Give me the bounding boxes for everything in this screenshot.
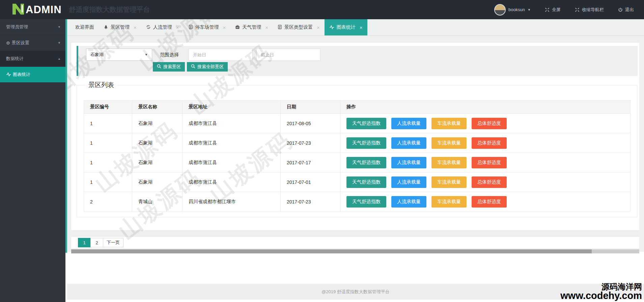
logout-button[interactable]: 退出 <box>618 7 634 13</box>
search-all-label: 搜索全部景区 <box>197 64 224 70</box>
table-row: 1石象湖成都市蒲江县2017-07-17天气舒适指数人流承载量车流承载量总体舒适… <box>84 153 631 172</box>
start-date-input[interactable] <box>189 49 253 61</box>
overall-comfort-button[interactable]: 总体舒适度 <box>472 196 507 208</box>
collapse-nav-button[interactable]: 收缩导航栏 <box>575 7 604 13</box>
overall-comfort-button[interactable]: 总体舒适度 <box>472 137 507 149</box>
close-icon[interactable]: × <box>317 25 320 30</box>
cell-name: 石象湖 <box>132 114 183 133</box>
cell-actions: 天气舒适指数人流承载量车流承载量总体舒适度 <box>340 192 631 212</box>
overall-comfort-button[interactable]: 总体舒适度 <box>472 118 507 129</box>
power-icon <box>618 7 623 12</box>
weather-comfort-index-button[interactable]: 天气舒适指数 <box>346 118 386 129</box>
overall-comfort-button[interactable]: 总体舒适度 <box>472 157 507 168</box>
column-header-address: 景区地址 <box>183 101 281 114</box>
horizontal-scrollbar-track[interactable] <box>71 249 639 253</box>
sidebar-item-admin-management[interactable]: 管理员管理 ▼ <box>0 19 65 35</box>
caret-down-icon: ▼ <box>58 25 61 29</box>
app-header: ADMIN 舒适度指数大数据管理平台 booksun ▼ 全屏 收缩导航栏 <box>0 0 644 19</box>
tab-crowd-management[interactable]: 人流管理 × <box>141 19 184 35</box>
close-icon[interactable]: × <box>360 25 363 30</box>
scenic-list-legend: 景区列表 <box>85 81 117 89</box>
cell-name: 青城山 <box>132 192 183 212</box>
document-icon <box>189 25 193 30</box>
pulse-icon <box>6 72 11 78</box>
tab-weather-management[interactable]: 天气管理 × <box>230 19 273 35</box>
tab-label: 欢迎界面 <box>75 24 94 30</box>
close-icon[interactable]: × <box>176 25 179 30</box>
close-icon[interactable]: × <box>223 25 226 30</box>
vehicle-capacity-button[interactable]: 车流承载量 <box>431 196 467 208</box>
main-content: 石象湖 ▼ 范围选择 搜索景区 搜索全部景区 <box>67 36 644 252</box>
weather-comfort-index-button[interactable]: 天气舒适指数 <box>346 196 386 208</box>
tab-parking-management[interactable]: 停车场管理 × <box>184 19 231 35</box>
cell-id: 1 <box>84 114 132 133</box>
vehicle-capacity-button[interactable]: 车流承载量 <box>431 157 467 168</box>
cell-id: 2 <box>84 192 132 212</box>
scenic-area-select-value: 石象湖 <box>90 52 104 58</box>
cell-date: 2017-07-01 <box>281 172 340 192</box>
next-page-button[interactable]: 下一页 <box>103 238 123 247</box>
cell-actions: 天气舒适指数人流承载量车流承载量总体舒适度 <box>340 153 631 172</box>
sidebar-item-data-statistics[interactable]: 数据统计 ▲ <box>0 51 65 67</box>
close-icon[interactable]: × <box>265 25 268 30</box>
search-all-scenic-button[interactable]: 搜索全部景区 <box>187 62 228 72</box>
caret-down-icon: ▼ <box>528 8 531 11</box>
end-date-input[interactable] <box>256 49 320 61</box>
close-icon[interactable]: × <box>134 25 137 30</box>
table-row: 2青城山四川省成都市都江堰市2017-07-23天气舒适指数人流承载量车流承载量… <box>84 192 631 212</box>
search-icon <box>191 64 195 70</box>
sidebar-item-label: 景区设置 <box>12 40 29 46</box>
crowd-capacity-button[interactable]: 人流承载量 <box>391 196 426 208</box>
app-logo: ADMIN <box>11 2 62 17</box>
sidebar-item-scenic-settings[interactable]: ⚙ 景区设置 ▼ <box>0 35 65 51</box>
platform-title: 舒适度指数大数据管理平台 <box>69 5 150 14</box>
user-avatar[interactable] <box>494 4 506 16</box>
overall-comfort-button[interactable]: 总体舒适度 <box>472 176 507 188</box>
logout-label: 退出 <box>625 7 634 13</box>
tab-label: 景区类型设置 <box>284 24 313 30</box>
vehicle-capacity-button[interactable]: 车流承载量 <box>431 137 467 149</box>
tab-welcome[interactable]: 欢迎界面 <box>71 19 99 35</box>
crowd-capacity-button[interactable]: 人流承载量 <box>391 118 426 129</box>
sidebar: 管理员管理 ▼ ⚙ 景区设置 ▼ 数据统计 ▲ 图表统计 <box>0 19 65 302</box>
weather-comfort-index-button[interactable]: 天气舒适指数 <box>346 157 386 168</box>
weather-comfort-index-button[interactable]: 天气舒适指数 <box>346 137 386 149</box>
cell-address: 成都市蒲江县 <box>183 172 281 192</box>
corner-watermark: 源码海洋网 www.codehy.com <box>560 283 642 301</box>
cell-actions: 天气舒适指数人流承载量车流承载量总体舒适度 <box>340 172 631 192</box>
fullscreen-button[interactable]: 全屏 <box>545 7 561 13</box>
tab-label: 人流管理 <box>153 24 172 30</box>
vehicle-capacity-button[interactable]: 车流承载量 <box>431 118 467 129</box>
page-button-2[interactable]: 2 <box>90 238 103 247</box>
gear-icon: ⚙ <box>6 40 10 46</box>
sidebar-item-chart-statistics[interactable]: 图表统计 <box>0 67 65 82</box>
tree-icon <box>104 25 108 30</box>
vehicle-capacity-button[interactable]: 车流承载量 <box>431 176 467 188</box>
page-button-1[interactable]: 1 <box>78 238 91 247</box>
scenic-area-select[interactable]: 石象湖 ▼ <box>86 49 152 61</box>
tab-chart-statistics[interactable]: 图表统计 × <box>325 19 367 35</box>
tab-scenic-management[interactable]: 景区管理 × <box>99 19 141 35</box>
weather-comfort-index-button[interactable]: 天气舒适指数 <box>346 176 386 188</box>
user-menu[interactable]: booksun ▼ <box>494 4 531 16</box>
search-scenic-button[interactable]: 搜索景区 <box>153 62 185 72</box>
fullscreen-label: 全屏 <box>552 7 561 13</box>
caret-up-icon: ▲ <box>58 57 61 60</box>
cell-address: 四川省成都市都江堰市 <box>183 192 281 212</box>
crowd-capacity-button[interactable]: 人流承载量 <box>391 176 426 188</box>
logo-n-icon <box>11 2 25 17</box>
cell-name: 石象湖 <box>132 153 183 172</box>
tab-scenic-type-settings[interactable]: 景区类型设置 × <box>273 19 325 35</box>
horizontal-scrollbar-thumb[interactable] <box>71 249 592 253</box>
corner-watermark-site-url: www.codehy.com <box>560 291 642 301</box>
sidebar-item-label: 数据统计 <box>6 56 24 62</box>
range-select-label: 范围选择 <box>160 49 179 61</box>
pulse-icon <box>329 25 334 30</box>
cell-date: 2017-07-23 <box>281 192 340 212</box>
scenic-table: 景区编号 景区名称 景区地址 日期 操作 1石象湖成都市蒲江县2017-08-0… <box>84 100 631 212</box>
refresh-icon <box>146 25 151 30</box>
crowd-capacity-button[interactable]: 人流承载量 <box>391 157 426 168</box>
caret-down-icon: ▼ <box>58 41 61 45</box>
column-header-id: 景区编号 <box>84 101 132 114</box>
crowd-capacity-button[interactable]: 人流承载量 <box>391 137 426 149</box>
